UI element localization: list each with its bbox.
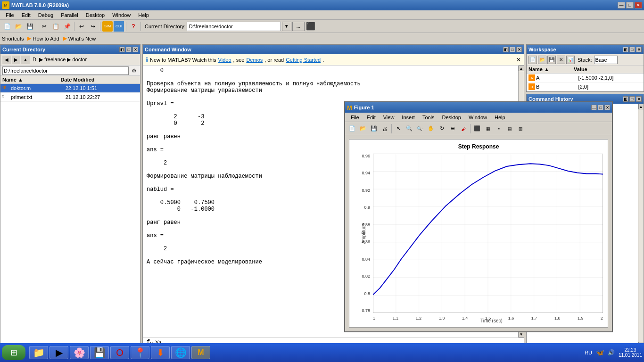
fig-export-btn[interactable]: ⬛ — [472, 123, 482, 134]
cmd-maximize-btn[interactable]: □ — [510, 47, 515, 52]
nav-forward-btn[interactable]: ▶ — [12, 56, 20, 64]
ws-close-btn[interactable]: ✕ — [636, 47, 642, 52]
ws-lower-close[interactable]: ✕ — [636, 96, 642, 102]
ws-lower-undock[interactable]: ◧ — [623, 96, 628, 102]
dir-maximize-btn[interactable]: □ — [126, 47, 132, 52]
fig-new-btn[interactable]: 📄 — [347, 123, 357, 134]
fig-colorbar-btn[interactable]: ▥ — [515, 123, 526, 134]
ws-maximize-btn[interactable]: □ — [629, 47, 635, 52]
fig-subplotsingle-btn[interactable]: ▪ — [494, 123, 504, 134]
taskbar-media[interactable]: ▶ — [50, 346, 68, 359]
ws-open-btn[interactable]: 📂 — [538, 56, 546, 64]
ws-stack-input[interactable] — [594, 56, 618, 64]
help-btn[interactable]: ? — [128, 21, 139, 32]
fig-pointer-btn[interactable]: ↖ — [393, 123, 404, 134]
figure-minimize-btn[interactable]: — — [591, 105, 597, 110]
cut-btn[interactable]: ✂ — [39, 21, 50, 32]
fig-rotate-btn[interactable]: ↻ — [437, 123, 447, 134]
fig-menu-tools[interactable]: Tools — [419, 114, 438, 121]
x-tick-labels: 1 1.1 1.2 1.3 1.4 1.5 1.6 1.7 1.8 1.9 2 — [373, 316, 603, 325]
menu-debug[interactable]: Debug — [34, 11, 57, 19]
dir-settings-btn[interactable]: ⚙ — [130, 66, 138, 75]
info-close-btn[interactable]: ✕ — [516, 57, 521, 63]
figure-close-btn[interactable]: ✕ — [604, 105, 610, 110]
fig-menu-edit[interactable]: Edit — [363, 114, 380, 121]
file-row-doktor[interactable]: m doktor.m 22.12.10 1:51 — [0, 84, 140, 93]
dir-help-btn[interactable]: ⬛ — [305, 21, 316, 32]
menu-parallel[interactable]: Parallel — [57, 11, 82, 19]
fig-print-btn[interactable]: 🖨 — [380, 123, 390, 134]
ws-new-btn[interactable]: 📄 — [528, 56, 537, 64]
gui-btn[interactable]: GUI — [114, 21, 124, 32]
open-btn[interactable]: 📂 — [13, 21, 24, 32]
taskbar-save[interactable]: 💾 — [90, 346, 109, 359]
video-link[interactable]: Video — [218, 57, 231, 63]
browse-btn[interactable]: ▼ — [282, 22, 291, 31]
fig-menu-window[interactable]: Window — [465, 114, 491, 121]
fig-subplot-btn[interactable]: ▦ — [483, 123, 493, 134]
nav-back-btn[interactable]: ◀ — [2, 56, 11, 64]
how-to-add-link[interactable]: ▶ How to Add — [27, 35, 59, 41]
getting-started-link[interactable]: Getting Started — [286, 57, 321, 63]
fig-zoom-out-btn[interactable]: 🔍- — [415, 123, 425, 134]
current-dir-input[interactable] — [187, 22, 281, 31]
taskbar-matlab[interactable]: M — [191, 346, 210, 359]
fig-brush-btn[interactable]: 🖌 — [458, 123, 469, 134]
menu-edit[interactable]: Edit — [18, 11, 34, 19]
cmd-undock-btn[interactable]: ◧ — [503, 47, 509, 52]
simulink-btn[interactable]: SIM — [102, 21, 113, 32]
dir-undock-btn[interactable]: ◧ — [119, 47, 125, 52]
fig-save-btn[interactable]: 💾 — [369, 123, 379, 134]
scroll-up-arrow[interactable]: ▲ — [519, 66, 524, 71]
fig-menu-desktop[interactable]: Desktop — [438, 114, 465, 121]
dir-close-btn[interactable]: ✕ — [132, 47, 138, 52]
ws-save-btn[interactable]: 💾 — [547, 56, 556, 64]
taskbar-app3[interactable]: 🌸 — [70, 346, 89, 359]
fig-zoom-in-btn[interactable]: 🔍 — [404, 123, 414, 134]
paste-btn[interactable]: 📌 — [62, 21, 72, 32]
fig-datacursor-btn[interactable]: ⊕ — [447, 123, 458, 134]
fig-menu-view[interactable]: View — [380, 114, 398, 121]
ws-row-B[interactable]: B B [2;0] — [527, 82, 644, 91]
scroll-down-arrow[interactable]: ▼ — [519, 332, 524, 337]
copy-btn[interactable]: 📋 — [50, 21, 61, 32]
fig-pan-btn[interactable]: ✋ — [426, 123, 436, 134]
fig-menu-insert[interactable]: Insert — [398, 114, 419, 121]
undo-btn[interactable]: ↩ — [76, 21, 87, 32]
new-file-btn[interactable]: 📄 — [2, 21, 12, 32]
fig-menu-file[interactable]: File — [347, 114, 363, 121]
fig-open-btn[interactable]: 📂 — [358, 123, 368, 134]
ws-plot-btn[interactable]: 📊 — [566, 56, 575, 64]
close-button[interactable]: ✕ — [635, 2, 642, 8]
ws-lower-max[interactable]: □ — [629, 96, 635, 102]
taskbar-opera[interactable]: O — [110, 346, 129, 359]
cmd-close-btn[interactable]: ✕ — [516, 47, 522, 52]
maximize-button[interactable]: □ — [626, 2, 634, 8]
dir-path-input[interactable] — [2, 66, 129, 75]
taskbar-download[interactable]: ⬇ — [151, 346, 170, 359]
start-orb[interactable]: ⊞ — [2, 345, 25, 360]
history-scroll-up[interactable]: ▲ — [638, 104, 644, 109]
taskbar-network[interactable]: 🌐 — [171, 346, 190, 359]
demos-link[interactable]: Demos — [246, 57, 263, 63]
history-scrollbar[interactable]: ▲ ▼ — [638, 104, 644, 347]
fig-legend-btn[interactable]: ▤ — [504, 123, 515, 134]
file-row-primer[interactable]: t primer.txt 21.12.10 22:27 — [0, 93, 140, 102]
whats-new-link[interactable]: ▶ What's New — [63, 35, 96, 41]
redo-btn[interactable]: ↪ — [88, 21, 98, 32]
fig-menu-help[interactable]: Help — [491, 114, 509, 121]
menu-help[interactable]: Help — [134, 11, 153, 19]
menu-desktop[interactable]: Desktop — [82, 11, 108, 19]
browse-path-btn[interactable]: ... — [292, 22, 305, 31]
minimize-button[interactable]: — — [618, 2, 625, 8]
ws-row-A[interactable]: A A [-1.5000,-2;1,0] — [527, 74, 644, 82]
menu-window[interactable]: Window — [108, 11, 134, 19]
ws-undock-btn[interactable]: ◧ — [623, 47, 628, 52]
taskbar-explorer[interactable]: 📁 — [29, 346, 48, 359]
figure-maximize-btn[interactable]: □ — [598, 105, 603, 110]
taskbar-app6[interactable]: 📍 — [131, 346, 149, 359]
menu-file[interactable]: File — [2, 11, 18, 19]
nav-up-btn[interactable]: ▲ — [21, 56, 30, 64]
ws-delete-btn[interactable]: ✕ — [557, 56, 565, 64]
save-btn[interactable]: 💾 — [25, 21, 35, 32]
